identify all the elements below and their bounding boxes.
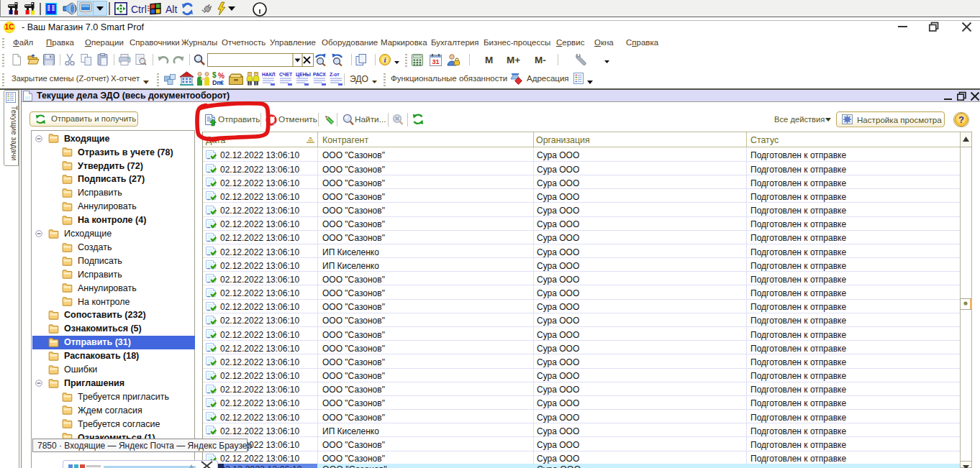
svg-text:?: ? bbox=[958, 114, 964, 125]
svg-text:€: € bbox=[220, 79, 224, 86]
svg-text:$: $ bbox=[212, 71, 217, 79]
svg-text:1C: 1C bbox=[5, 23, 14, 31]
svg-text:31: 31 bbox=[432, 58, 439, 65]
